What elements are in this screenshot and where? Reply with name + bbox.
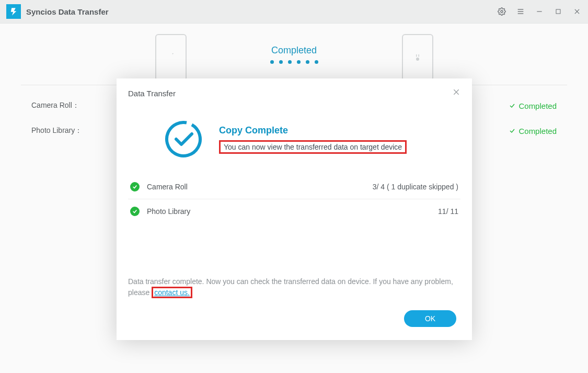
modal-overlay: Data Transfer Copy Complete You can now … — [0, 24, 588, 373]
gear-icon[interactable] — [497, 7, 506, 16]
menu-icon[interactable] — [516, 7, 525, 16]
page-body: Completed Camera Roll： Completed Photo L… — [0, 24, 588, 373]
item-name: Camera Roll — [147, 183, 188, 191]
item-result: 11/ 11 — [438, 207, 458, 216]
item-name: Photo Library — [147, 207, 190, 216]
list-item: Photo Library 11/ 11 — [128, 199, 460, 223]
copy-complete-subtext: You can now view the transferred data on… — [219, 140, 407, 154]
maximize-icon[interactable] — [554, 7, 563, 16]
contact-us-link[interactable]: contact us. — [152, 287, 192, 298]
success-check-icon — [164, 119, 203, 159]
dialog-close-icon[interactable] — [452, 88, 460, 98]
window-controls — [497, 7, 582, 16]
check-icon — [130, 207, 140, 216]
app-logo — [6, 4, 21, 19]
svg-point-0 — [501, 10, 503, 13]
check-icon — [130, 182, 140, 191]
svg-rect-5 — [556, 9, 560, 14]
minimize-icon[interactable] — [535, 7, 544, 16]
data-transfer-dialog: Data Transfer Copy Complete You can now … — [117, 78, 472, 340]
app-title: Syncios Data Transfer — [26, 7, 109, 16]
ok-button[interactable]: OK — [404, 310, 456, 327]
titlebar: Syncios Data Transfer — [0, 0, 588, 24]
dialog-title: Data Transfer — [128, 89, 176, 98]
list-item: Camera Roll 3/ 4 ( 1 duplicate skipped ) — [128, 175, 460, 199]
dialog-footer-text: Data transfer complete. Now you can chec… — [128, 276, 460, 298]
close-icon[interactable] — [572, 7, 582, 16]
item-result: 3/ 4 ( 1 duplicate skipped ) — [373, 183, 458, 191]
svg-point-13 — [164, 119, 203, 159]
result-list: Camera Roll 3/ 4 ( 1 duplicate skipped )… — [128, 175, 460, 223]
copy-complete-heading: Copy Complete — [219, 125, 407, 136]
